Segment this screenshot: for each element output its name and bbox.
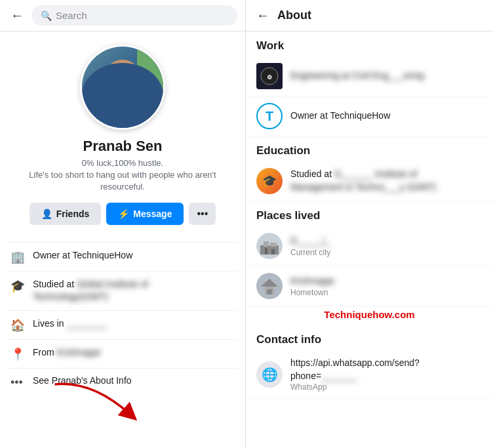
work-section-title: Work	[246, 31, 493, 56]
info-list: 🏢 Owner at TechniqueHow 🎓 Studied at Glo…	[0, 242, 245, 396]
see-about-text[interactable]: See Pranab's About Info	[33, 375, 132, 386]
svg-rect-8	[271, 249, 275, 255]
work-icon: 🏢	[10, 250, 26, 264]
svg-rect-12	[267, 289, 272, 295]
techniquehow-logo: T	[256, 103, 283, 129]
list-item: 🎓 Studied at Global Institute of Technol…	[8, 271, 237, 310]
place-item-2-sub: Hometown	[290, 288, 483, 297]
contact-item-1-content: https://api.whatsapp.com/send?phone=____…	[290, 357, 483, 392]
friends-icon: 👤	[41, 209, 52, 219]
education-item-1-content: Studied at G______ Institute of Manageme…	[290, 168, 483, 193]
right-panel: ← About Work ⚙ Engineering at Civil Eng_…	[246, 0, 493, 448]
svg-rect-7	[265, 248, 267, 255]
place-item-1: D_____i_ Current city	[246, 226, 493, 266]
more-button[interactable]: •••	[189, 203, 216, 225]
work-item-2-main: Owner at TechniqueHow	[290, 110, 483, 123]
avatar	[80, 45, 165, 130]
action-buttons: 👤 Friends ⚡ Message •••	[30, 203, 216, 225]
message-button[interactable]: ⚡ Message	[106, 203, 184, 225]
svg-rect-5	[264, 241, 269, 247]
place-item-1-content: D_____i_ Current city	[290, 235, 483, 257]
place-item-2-content: Krishnagar Hometown	[290, 275, 483, 297]
hometown-logo	[256, 273, 283, 299]
place-item-1-sub: Current city	[290, 248, 483, 257]
search-input-wrap[interactable]: 🔍 Search	[31, 5, 237, 26]
contact-item-1-sub: WhatsApp	[290, 382, 483, 392]
search-bar: ← 🔍 Search	[0, 0, 245, 31]
brand-label: Techniquehow.com	[246, 306, 493, 325]
contact-item-1: 🌐 https://api.whatsapp.com/send?phone=__…	[246, 350, 493, 399]
education-logo: 🎓	[256, 168, 283, 194]
messenger-icon: ⚡	[118, 209, 129, 219]
svg-text:⚙: ⚙	[267, 74, 272, 81]
place-item-2: Krishnagar Hometown	[246, 266, 493, 306]
see-about-item[interactable]: ••• See Pranab's About Info	[8, 368, 237, 396]
work-text: Owner at TechniqueHow	[33, 249, 132, 262]
right-title: About	[277, 9, 311, 22]
lives-text: Lives in ________	[33, 317, 108, 331]
search-placeholder: Search	[56, 10, 87, 21]
from-text: From Krishnagar	[33, 346, 101, 359]
svg-rect-6	[270, 243, 277, 247]
profile-section: Pranab Sen 0% luck,100% hustle. Life's t…	[0, 31, 245, 242]
education-item-1: 🎓 Studied at G______ Institute of Manage…	[246, 161, 493, 201]
right-back-button[interactable]: ←	[256, 8, 269, 23]
right-header: ← About	[246, 0, 493, 31]
work-item-1-main: Engineering at Civil Eng___ering	[290, 70, 483, 83]
left-panel: ← 🔍 Search Pranab Sen 0% luck,100% hustl…	[0, 0, 246, 448]
svg-rect-4	[260, 245, 279, 255]
profile-bio: 0% luck,100% hustle. Life's too short to…	[10, 157, 235, 193]
profile-name: Pranab Sen	[83, 138, 162, 155]
work-item-1-content: Engineering at Civil Eng___ering	[290, 70, 483, 83]
list-item: 🏢 Owner at TechniqueHow	[8, 242, 237, 271]
education-section-title: Education	[246, 136, 493, 161]
dots-icon: •••	[10, 376, 26, 390]
civil-logo: ⚙	[256, 63, 283, 89]
location-icon: 📍	[10, 347, 26, 361]
list-item: 🏠 Lives in ________	[8, 310, 237, 339]
education-text: Studied at Global Institute of Technolog…	[33, 278, 148, 304]
place-item-2-main: Krishnagar	[290, 275, 483, 288]
list-item: 📍 From Krishnagar	[8, 339, 237, 368]
search-icon: 🔍	[41, 10, 52, 21]
places-section-title: Places lived	[246, 201, 493, 226]
contact-item-1-main[interactable]: https://api.whatsapp.com/send?phone=____…	[290, 357, 483, 382]
work-item-2-content: Owner at TechniqueHow	[290, 110, 483, 123]
left-back-button[interactable]: ←	[8, 5, 26, 26]
friends-button[interactable]: 👤 Friends	[30, 203, 102, 225]
place-logo	[256, 233, 283, 259]
home-icon: 🏠	[10, 318, 26, 333]
place-item-1-main: D_____i_	[290, 235, 483, 248]
web-logo: 🌐	[256, 361, 283, 388]
education-item-1-main: Studied at G______ Institute of Manageme…	[290, 168, 483, 193]
work-item-2: T Owner at TechniqueHow	[246, 96, 493, 136]
work-item-1: ⚙ Engineering at Civil Eng___ering	[246, 56, 493, 96]
education-icon: 🎓	[10, 279, 26, 293]
contact-section-title: Contact info	[246, 325, 493, 350]
